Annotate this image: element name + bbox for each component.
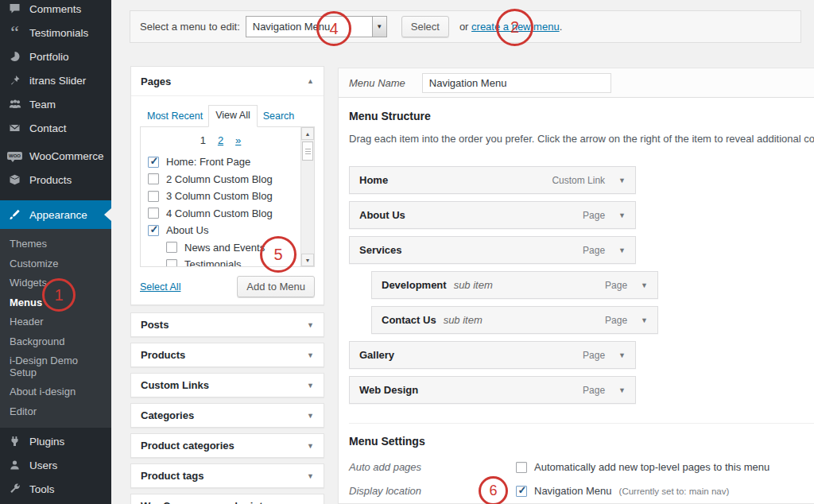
accordion-title: Custom Links	[141, 379, 209, 391]
list-scrollbar[interactable]: ▲ ▼	[300, 127, 314, 266]
sidebar-item-tools[interactable]: Tools	[0, 477, 111, 501]
item-expand-arrow-icon[interactable]: ▼	[618, 176, 626, 184]
menu-item-development[interactable]: Developmentsub item Page▼	[371, 271, 658, 299]
submenu-item-about-idesign[interactable]: About i-design	[0, 382, 111, 402]
sidebar-item-plugins[interactable]: Plugins	[0, 429, 111, 453]
scroll-down-icon[interactable]: ▼	[301, 254, 314, 266]
page-label: 3 Column Custom Blog	[166, 190, 273, 202]
page-checkbox[interactable]	[148, 225, 159, 236]
menu-name-label: Menu Name	[349, 77, 405, 89]
list-item: 2 Column Custom Blog	[148, 171, 314, 188]
accordion-title: Categories	[141, 409, 194, 421]
pages-panel: Pages ▲ Most Recent View All Search 1 2 …	[130, 66, 324, 305]
tab-view-all[interactable]: View All	[208, 105, 258, 127]
menu-select-arrow-button[interactable]: ▼	[373, 16, 387, 37]
item-expand-arrow-icon[interactable]: ▼	[641, 281, 648, 289]
sidebar-separator	[0, 140, 111, 142]
sidebar-item-label: Products	[29, 174, 72, 186]
scrollbar-thumb[interactable]	[302, 142, 313, 161]
submenu-item-idesign-demo-setup[interactable]: i-Design Demo Setup	[0, 351, 111, 382]
page-checkbox[interactable]	[166, 242, 177, 253]
expand-arrow-icon[interactable]: ▼	[307, 321, 314, 329]
menu-name-input[interactable]	[422, 73, 611, 93]
page-checkbox[interactable]	[166, 259, 177, 267]
item-expand-arrow-icon[interactable]: ▼	[618, 351, 626, 359]
accordion-products[interactable]: Products ▼	[130, 343, 324, 367]
scroll-up-icon[interactable]: ▲	[301, 127, 314, 140]
menu-structure-title: Menu Structure	[349, 110, 814, 122]
submenu-item-header[interactable]: Header	[0, 312, 111, 332]
expand-arrow-icon[interactable]: ▼	[307, 382, 314, 390]
sidebar-item-appearance[interactable]: Appearance	[0, 200, 111, 229]
sidebar-item-itrans-slider[interactable]: itrans Slider	[0, 68, 111, 92]
sidebar-item-woocommerce[interactable]: WOO WooCommerce	[0, 144, 111, 168]
item-expand-arrow-icon[interactable]: ▼	[618, 246, 626, 254]
submenu-item-themes[interactable]: Themes	[0, 235, 111, 254]
accordion-woocommerce-endpoints[interactable]: WooCommerce endpoints ▼	[130, 494, 324, 504]
expand-arrow-icon[interactable]: ▼	[307, 351, 314, 359]
menu-item-label: About Us	[359, 209, 405, 221]
tab-most-recent[interactable]: Most Recent	[141, 107, 208, 127]
page-checkbox[interactable]	[148, 157, 159, 168]
menu-item-contact-us[interactable]: Contact Ussub item Page▼	[371, 306, 658, 334]
menu-item-about-us[interactable]: About Us Page▼	[349, 201, 636, 229]
menu-item-home[interactable]: Home Custom Link▼	[349, 166, 636, 194]
menu-item-gallery[interactable]: Gallery Page▼	[349, 341, 636, 369]
menu-editor-body: Menu Structure Drag each item into the o…	[339, 98, 814, 497]
select-button[interactable]: Select	[401, 16, 449, 37]
add-to-menu-button[interactable]: Add to Menu	[237, 276, 315, 297]
page-checkbox[interactable]	[148, 173, 159, 184]
page-number-2-link[interactable]: 2	[218, 134, 223, 146]
display-location-checkbox[interactable]	[516, 486, 527, 497]
accordion-product-categories[interactable]: Product categories ▼	[130, 433, 324, 458]
menu-item-services[interactable]: Services Page▼	[349, 236, 636, 264]
accordion-title: Posts	[141, 319, 169, 331]
submenu-item-background[interactable]: Background	[0, 332, 111, 352]
menu-item-web-design[interactable]: Web Design Page▼	[349, 376, 636, 404]
page-checkbox[interactable]	[148, 191, 159, 202]
page-label: Home: Front Page	[166, 156, 250, 168]
add-menu-items-column: Pages ▲ Most Recent View All Search 1 2 …	[130, 66, 324, 504]
menu-item-label: Gallery	[359, 349, 394, 361]
page-label: 4 Column Custom Blog	[166, 207, 273, 219]
list-item: 3 Column Custom Blog	[148, 188, 314, 205]
list-item: 4 Column Custom Blog	[148, 205, 314, 223]
sidebar-item-settings[interactable]: Settings	[0, 501, 111, 504]
accordion-custom-links[interactable]: Custom Links ▼	[130, 373, 324, 397]
submenu-item-editor[interactable]: Editor	[0, 402, 111, 422]
sidebar-item-contact[interactable]: Contact	[0, 116, 111, 140]
submenu-item-customize[interactable]: Customize	[0, 254, 111, 274]
item-expand-arrow-icon[interactable]: ▼	[618, 211, 626, 219]
collapse-arrow-icon[interactable]: ▲	[307, 77, 314, 85]
menu-item-type: Page	[583, 385, 605, 396]
menu-structure-help: Drag each item into the order you prefer…	[349, 133, 814, 145]
expand-arrow-icon[interactable]: ▼	[307, 412, 314, 420]
sidebar-item-comments[interactable]: Comments	[0, 0, 111, 21]
sidebar-item-testimonials[interactable]: “ Testimonials	[0, 21, 111, 45]
sidebar-item-products[interactable]: Products	[0, 168, 111, 192]
auto-add-pages-checkbox[interactable]	[516, 462, 527, 473]
expand-arrow-icon[interactable]: ▼	[307, 442, 314, 450]
item-expand-arrow-icon[interactable]: ▼	[618, 386, 626, 394]
pages-panel-header[interactable]: Pages ▲	[131, 67, 324, 95]
sidebar-item-label: WooCommerce	[29, 150, 104, 162]
sidebar-item-team[interactable]: Team	[0, 92, 111, 116]
menu-select-dropdown[interactable]: Navigation Menu	[246, 16, 373, 37]
sidebar-item-users[interactable]: Users	[0, 453, 111, 477]
accordion-posts[interactable]: Posts ▼	[130, 312, 324, 337]
select-all-link[interactable]: Select All	[140, 281, 180, 293]
menu-item-type: Custom Link	[552, 175, 605, 186]
comments-icon	[7, 3, 22, 14]
page-checkbox[interactable]	[148, 207, 159, 219]
accordion-categories[interactable]: Categories ▼	[130, 403, 324, 428]
tab-search[interactable]: Search	[258, 107, 300, 127]
sidebar-item-portfolio[interactable]: Portfolio	[0, 45, 111, 68]
team-icon	[7, 99, 22, 110]
accordion-product-tags[interactable]: Product tags ▼	[130, 463, 324, 488]
pages-panel-body: Most Recent View All Search 1 2 »	[131, 95, 324, 304]
page-next-link[interactable]: »	[235, 134, 241, 146]
menu-item-type: Page	[583, 350, 605, 361]
expand-arrow-icon[interactable]: ▼	[307, 472, 314, 480]
pages-tabs: Most Recent View All Search	[140, 105, 315, 127]
item-expand-arrow-icon[interactable]: ▼	[641, 316, 648, 324]
